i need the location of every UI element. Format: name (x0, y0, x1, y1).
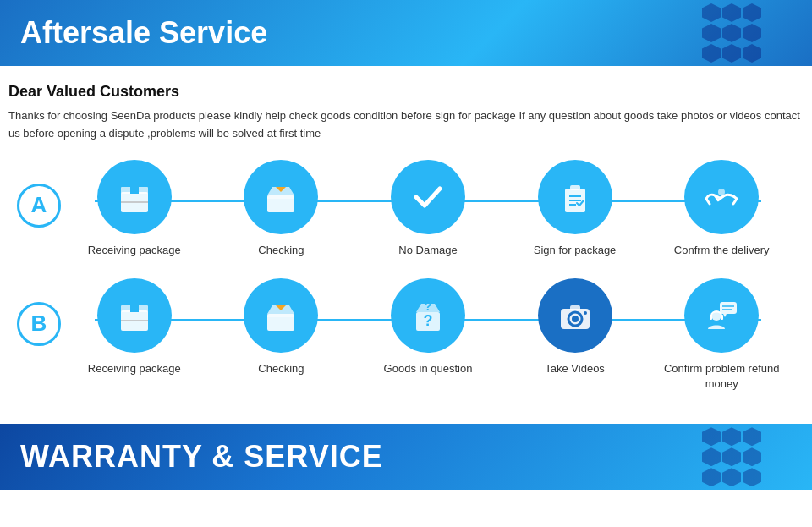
header-title: Aftersale Service (20, 15, 267, 51)
open-box-icon-b (259, 294, 303, 338)
svg-rect-37 (721, 315, 723, 320)
step-b3-circle: ? ? (391, 278, 465, 353)
step-a5-circle (684, 160, 759, 234)
step-b1: Receiving package (61, 278, 208, 376)
step-b4: Take Videos (502, 278, 649, 376)
header-section: Aftersale Service (0, 0, 812, 66)
svg-rect-36 (710, 315, 712, 320)
step-b2-circle (244, 278, 318, 353)
flow-row-b: B Receiving package (8, 278, 804, 392)
step-a3-label: No Damage (398, 243, 457, 258)
step-b3-label: Goods in question (384, 361, 473, 376)
step-a4-label: Sign for package (534, 243, 617, 258)
step-a2: Checking (208, 160, 355, 258)
svg-text:?: ? (423, 312, 432, 329)
step-a2-label: Checking (258, 243, 304, 258)
step-a3: No Damage (354, 160, 502, 258)
svg-marker-32 (723, 314, 727, 317)
step-b2-label: Checking (258, 361, 304, 376)
svg-rect-7 (267, 195, 294, 199)
step-b4-label: Take Videos (545, 361, 605, 376)
svg-rect-21 (267, 314, 294, 317)
svg-rect-31 (720, 302, 737, 314)
step-b5-circle (684, 278, 759, 353)
footer-decoration (702, 427, 761, 486)
question-box-icon: ? ? (406, 294, 450, 338)
header-decoration (702, 3, 761, 63)
step-b1-label: Receiving package (88, 361, 181, 376)
step-a5-label: Confrm the delivery (674, 243, 770, 258)
step-b5: Confirm problem refund money (648, 278, 795, 392)
step-a1-label: Receiving package (88, 243, 181, 258)
step-a3-circle (391, 160, 465, 234)
svg-rect-29 (570, 305, 580, 310)
step-b5-label: Confirm problem refund money (648, 361, 795, 392)
step-a1-circle (97, 160, 172, 234)
package-icon-b (112, 294, 156, 338)
flow-steps-b: Receiving package Checking (61, 278, 795, 392)
dear-title: Dear Valued Customers (8, 83, 804, 101)
svg-point-30 (584, 311, 587, 315)
svg-rect-2 (130, 187, 139, 194)
clipboard-icon (553, 175, 597, 219)
svg-point-13 (718, 189, 725, 195)
step-b2: Checking (208, 278, 355, 376)
flow-steps-a: Receiving package Checking (61, 160, 795, 258)
open-box-icon (259, 175, 303, 219)
step-a1: Receiving package (61, 160, 208, 258)
row-label-b: B (17, 302, 61, 346)
description-text: Thanks for choosing SeenDa products plea… (8, 107, 804, 143)
row-label-a: A (17, 184, 61, 228)
step-a2-circle (244, 160, 318, 234)
step-b4-circle (538, 278, 612, 353)
step-b3: ? ? Goods in question (354, 278, 502, 376)
support-agent-icon (700, 294, 743, 338)
svg-rect-16 (130, 305, 139, 312)
svg-point-28 (572, 316, 579, 322)
step-a5: Confrm the delivery (648, 160, 795, 258)
svg-rect-9 (570, 185, 580, 190)
step-a4-circle (538, 160, 612, 234)
step-b1-circle (97, 278, 172, 353)
svg-text:?: ? (425, 299, 432, 313)
step-a4: Sign for package (502, 160, 649, 258)
flow-row-a: A Receiving package (8, 160, 804, 258)
checkmark-icon (406, 175, 450, 219)
footer-section: WARRANTY & SERVICE (0, 424, 812, 490)
footer-title: WARRANTY & SERVICE (20, 439, 383, 475)
content-section: Dear Valued Customers Thanks for choosin… (0, 66, 812, 420)
handshake-icon (700, 175, 743, 219)
camera-icon (553, 294, 597, 338)
package-icon (112, 175, 156, 219)
